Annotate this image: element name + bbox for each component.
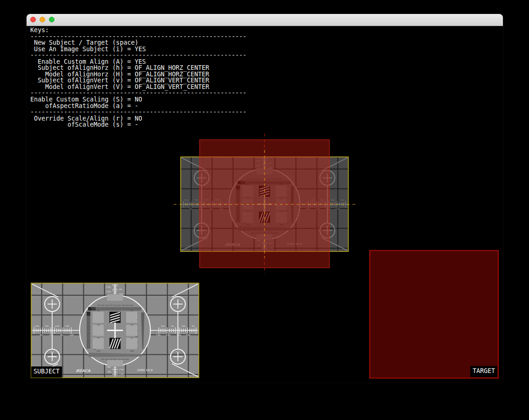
svg-text:TVL: TVL: [96, 310, 100, 312]
svg-text:5%: 5%: [341, 199, 345, 201]
subject-reference-chart: 4:34:32.5%7.5%2.5%7.5%5%10%5%10%10%5%10%…: [31, 283, 199, 378]
svg-text:300 400 500 600 700 800 900: 300 400 500 600 700 800 900: [101, 359, 129, 360]
svg-text:TVL: TVL: [130, 310, 134, 312]
svg-text:7.5%: 7.5%: [106, 291, 111, 293]
svg-text:1080: 1080: [130, 350, 134, 352]
target-label: TARGET: [470, 366, 497, 377]
svg-text:2.5%: 2.5%: [186, 334, 190, 336]
subject-label: SUBJECT: [31, 366, 62, 378]
svg-text:7.5%: 7.5%: [44, 325, 49, 327]
svg-text:10%: 10%: [70, 334, 74, 336]
svg-text:700: 700: [135, 336, 138, 338]
app-window: Keys: ----------------------------------…: [27, 14, 503, 383]
zoom-button[interactable]: [49, 17, 54, 22]
app-canvas: Keys: ----------------------------------…: [27, 26, 503, 383]
svg-text:10%: 10%: [331, 199, 335, 201]
alignment-scene: 4:34:32.5%7.5%2.5%7.5%5%10%5%10%10%5%10%…: [27, 26, 503, 383]
target-reference-rect: [370, 251, 498, 378]
svg-text:10%: 10%: [49, 334, 54, 336]
svg-text:7.5%: 7.5%: [119, 368, 124, 371]
svg-text:1080 16:9: 1080 16:9: [137, 368, 153, 372]
svg-text:2.5%: 2.5%: [55, 325, 60, 327]
svg-text:7.5%: 7.5%: [194, 199, 198, 201]
svg-text:2.5%: 2.5%: [106, 286, 111, 288]
svg-text:7.5%: 7.5%: [156, 334, 161, 336]
svg-text:10%: 10%: [182, 325, 186, 327]
svg-text:4:3: 4:3: [50, 351, 54, 353]
svg-text:360: 360: [130, 324, 133, 326]
svg-text:5%: 5%: [61, 334, 64, 336]
target-overlay-rect: [200, 140, 330, 268]
svg-text:2.5%: 2.5%: [34, 325, 39, 327]
svg-text:2.5%: 2.5%: [166, 334, 170, 336]
svg-text:4:3: 4:3: [176, 351, 179, 353]
close-button[interactable]: [30, 17, 36, 22]
svg-text:2.5%: 2.5%: [184, 199, 189, 201]
desktop: Keys: ----------------------------------…: [0, 0, 529, 420]
svg-text:5%: 5%: [108, 371, 111, 373]
svg-text:540: 540: [97, 337, 100, 339]
svg-text:5%: 5%: [171, 325, 175, 327]
svg-text:10%: 10%: [161, 325, 165, 327]
svg-text:5%: 5%: [192, 325, 195, 327]
svg-text:ØZACA: ØZACA: [76, 369, 91, 373]
svg-text:7.5%: 7.5%: [65, 325, 69, 327]
traffic-lights: [30, 17, 54, 22]
svg-text:360: 360: [97, 324, 100, 326]
svg-text:100 200 300 400 500 600 700 80: 100 200 300 400 500 600 700 800 900: [97, 305, 133, 306]
svg-text:2.5%: 2.5%: [335, 208, 340, 210]
svg-text:5%: 5%: [119, 288, 122, 291]
window-titlebar[interactable]: [27, 14, 503, 26]
minimize-button[interactable]: [40, 17, 45, 22]
svg-text:2.5%: 2.5%: [119, 373, 124, 375]
svg-text:7.5%: 7.5%: [176, 334, 181, 336]
svg-text:540: 540: [130, 337, 133, 339]
svg-text:1080: 1080: [96, 350, 100, 352]
svg-text:5%: 5%: [40, 334, 43, 336]
svg-text:5%: 5%: [190, 208, 193, 210]
